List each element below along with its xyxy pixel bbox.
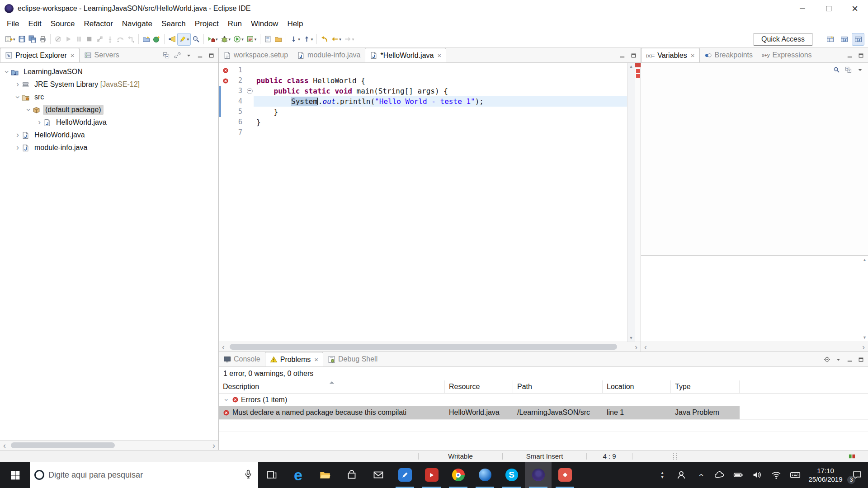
taskbar-app-blue-circle-app[interactable] bbox=[472, 462, 498, 488]
explorer-horizontal-scrollbar[interactable]: ‹ › bbox=[0, 440, 218, 450]
scroll-right-icon[interactable]: › bbox=[209, 441, 218, 450]
problems-tab-problems[interactable]: Problems× bbox=[265, 352, 323, 366]
menu-source[interactable]: Source bbox=[46, 18, 80, 30]
window-minimize-button[interactable]: ─ bbox=[789, 0, 816, 17]
java-perspective-button[interactable] bbox=[852, 33, 864, 46]
line-number[interactable]: 4 bbox=[230, 96, 245, 107]
dropdown-arrow-icon[interactable]: ▾ bbox=[298, 37, 300, 42]
code-text[interactable] bbox=[254, 65, 627, 75]
editor-tab-helloworld-java[interactable]: *HelloWorld.java× bbox=[365, 48, 446, 62]
link-with-editor-button[interactable] bbox=[173, 51, 182, 60]
scroll-up-icon[interactable]: ▲ bbox=[863, 258, 867, 262]
menu-search[interactable]: Search bbox=[157, 18, 190, 30]
menu-refactor[interactable]: Refactor bbox=[80, 18, 118, 30]
run-button[interactable]: ▾ bbox=[232, 33, 245, 46]
taskbar-app-chrome[interactable] bbox=[445, 462, 472, 488]
terminate-button[interactable] bbox=[84, 33, 94, 46]
taskbar-app-task-view[interactable] bbox=[258, 462, 285, 488]
show-type-names-button[interactable] bbox=[832, 65, 841, 74]
tray-keyboard[interactable] bbox=[786, 462, 805, 488]
window-maximize-button[interactable] bbox=[816, 0, 842, 17]
taskbar-app-microsoft-store[interactable] bbox=[338, 462, 365, 488]
menu-project[interactable]: Project bbox=[190, 18, 223, 30]
error-mark[interactable] bbox=[636, 74, 640, 78]
problems-group-row[interactable]: › Errors (1 item) bbox=[219, 394, 868, 406]
line-number[interactable]: 7 bbox=[230, 127, 245, 138]
error-mark[interactable] bbox=[636, 69, 640, 73]
step-into-button[interactable] bbox=[105, 33, 115, 46]
column-header-path[interactable]: Path bbox=[513, 380, 603, 393]
twistie-icon[interactable]: › bbox=[13, 93, 22, 101]
twistie-icon[interactable]: › bbox=[35, 118, 43, 127]
dropdown-arrow-icon[interactable]: ▾ bbox=[241, 37, 244, 42]
collapse-all-button[interactable] bbox=[161, 51, 170, 60]
microphone-icon[interactable] bbox=[243, 469, 254, 481]
collapse-all-button[interactable] bbox=[844, 65, 853, 74]
focus-on-active-task-button[interactable] bbox=[822, 355, 831, 364]
collapse-icon[interactable]: − bbox=[247, 88, 253, 94]
maximize-view-button[interactable] bbox=[207, 51, 216, 60]
dropdown-arrow-icon[interactable]: ▾ bbox=[255, 37, 257, 42]
editor-vertical-scrollbar[interactable]: ▲▼ bbox=[627, 63, 635, 342]
code-line-7[interactable]: 7 bbox=[219, 127, 627, 138]
tree-item-jre-system-library[interactable]: ›JRE System Library [JavaSE-12] bbox=[0, 78, 218, 91]
view-menu-button[interactable] bbox=[184, 51, 193, 60]
scroll-up-icon[interactable]: ▲ bbox=[629, 64, 633, 69]
code-line-1[interactable]: 1 bbox=[219, 65, 627, 75]
scroll-thumb[interactable] bbox=[11, 442, 115, 448]
tree-item-helloworld-java[interactable]: ›HelloWorld.java bbox=[0, 129, 218, 141]
twistie-icon[interactable]: › bbox=[14, 143, 22, 152]
scroll-right-icon[interactable]: › bbox=[632, 343, 641, 351]
column-header-description[interactable]: Description bbox=[219, 380, 445, 393]
tray-onedrive[interactable] bbox=[710, 462, 729, 488]
step-return-button[interactable] bbox=[126, 33, 136, 46]
fold-handle[interactable]: − bbox=[245, 86, 254, 96]
open-type-button[interactable] bbox=[191, 33, 201, 46]
editor-tab-module-info-java[interactable]: module-info.java bbox=[292, 48, 365, 62]
twistie-icon[interactable]: › bbox=[14, 131, 22, 140]
tree-item-learningjavason[interactable]: ›LearningJavaSON bbox=[0, 66, 218, 78]
code-editor[interactable]: 12public class HelloWorld {3− public sta… bbox=[219, 63, 627, 342]
view-menu-button[interactable] bbox=[834, 355, 843, 364]
twistie-icon[interactable]: › bbox=[24, 106, 33, 114]
view-menu-button[interactable] bbox=[855, 65, 864, 74]
dropdown-arrow-icon[interactable]: ▾ bbox=[13, 37, 15, 42]
overview-ruler[interactable] bbox=[635, 63, 641, 342]
menu-file[interactable]: File bbox=[2, 18, 24, 30]
problems-tab-console[interactable]: Console bbox=[219, 352, 265, 366]
column-header-type[interactable]: Type bbox=[671, 380, 740, 393]
dropdown-arrow-icon[interactable]: ▾ bbox=[187, 37, 189, 42]
taskbar-app-edge[interactable]: e bbox=[285, 462, 311, 488]
tray-battery[interactable] bbox=[729, 462, 748, 488]
java-search-button[interactable] bbox=[167, 33, 177, 46]
taskbar-app-mail[interactable] bbox=[365, 462, 392, 488]
java-ee-perspective-button[interactable] bbox=[838, 33, 850, 46]
menu-navigate[interactable]: Navigate bbox=[118, 18, 157, 30]
coverage-button[interactable]: ▾ bbox=[245, 33, 258, 46]
new-java-project-button[interactable] bbox=[141, 33, 151, 46]
tree-item-default-package[interactable]: ›(default package) bbox=[0, 103, 218, 116]
tree-item-helloworld-java[interactable]: ›HelloWorld.java bbox=[0, 116, 218, 129]
explorer-tab-servers[interactable]: Servers bbox=[80, 48, 124, 62]
taskbar-app-eclipse[interactable] bbox=[525, 462, 552, 488]
problem-row[interactable]: Must declare a named package because thi… bbox=[219, 406, 868, 420]
last-edit-location-button[interactable] bbox=[319, 33, 330, 46]
debug-tab-breakpoints[interactable]: Breakpoints bbox=[700, 48, 758, 62]
dropdown-arrow-icon[interactable]: ▾ bbox=[352, 37, 354, 42]
debug-tab-variables[interactable]: (x)=Variables× bbox=[641, 48, 700, 62]
start-button[interactable] bbox=[0, 462, 30, 488]
scroll-right-icon[interactable]: › bbox=[859, 343, 868, 351]
scroll-down-icon[interactable]: ▼ bbox=[863, 335, 867, 340]
minimize-view-button[interactable] bbox=[845, 355, 854, 364]
forward-button[interactable]: ▾ bbox=[343, 33, 356, 46]
column-header-resource[interactable]: Resource bbox=[445, 380, 513, 393]
open-perspective-button[interactable] bbox=[824, 33, 836, 46]
tray-volume[interactable] bbox=[748, 462, 767, 488]
variables-horizontal-scrollbar[interactable]: ‹ › bbox=[641, 342, 868, 352]
problems-tab-debug-shell[interactable]: Debug Shell bbox=[323, 352, 382, 366]
skip-all-breakpoints-button[interactable] bbox=[53, 33, 63, 46]
menu-edit[interactable]: Edit bbox=[24, 18, 46, 30]
scroll-track[interactable] bbox=[228, 342, 632, 352]
resume-button[interactable] bbox=[63, 33, 74, 46]
line-number[interactable]: 1 bbox=[230, 65, 245, 75]
